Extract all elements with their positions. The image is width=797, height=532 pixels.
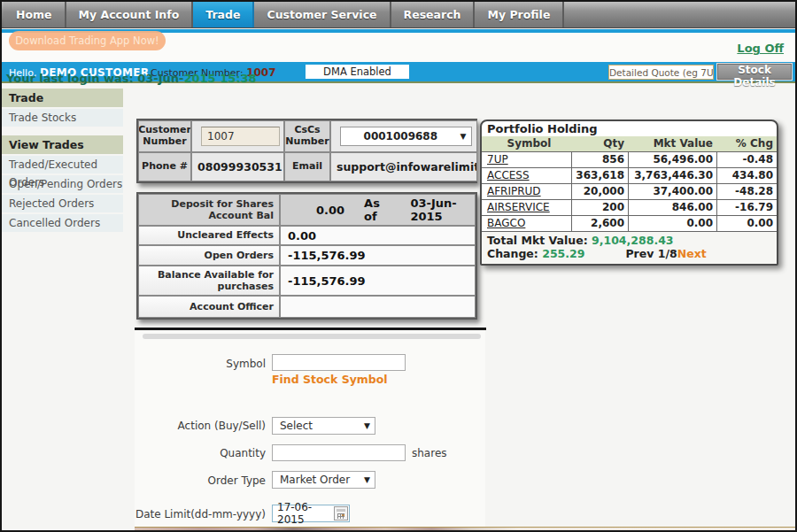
stock-details-button[interactable]: Stock Details <box>716 63 793 81</box>
sidebar: Trade Trade Stocks View Trades Traded/Ex… <box>2 89 123 241</box>
uncleared-effects-value: 0.00 <box>280 226 476 245</box>
portfolio-symbol-link[interactable]: AIRSERVICE <box>482 199 571 215</box>
portfolio-holding-panel: Portfolio Holding Symbol Qty Mkt Value %… <box>480 120 778 266</box>
sidebar-section-view-trades: View Trades Traded/Executed Orders Open/… <box>2 135 123 232</box>
deposit-balance-label: Deposit for Shares Account Bal <box>138 194 280 226</box>
portfolio-qty: 2,600 <box>571 215 628 231</box>
account-balance-table: Deposit for Shares Account Bal 0.00 As o… <box>136 192 477 320</box>
sidebar-header-view-trades: View Trades <box>2 135 123 154</box>
sidebar-item-cancelled-orders[interactable]: Cancelled Orders <box>2 214 123 232</box>
page-indicator: 1/8 <box>658 247 677 260</box>
as-of-date: 03-Jun-2015 <box>410 197 475 223</box>
portfolio-mkt-value: 0.00 <box>628 215 716 231</box>
portfolio-footer: Total Mkt Value: 9,104,288.43 Change: 25… <box>482 231 777 264</box>
open-orders-value: -115,576.99 <box>280 245 476 266</box>
portfolio-col-pct-chg: % Chg <box>716 136 777 151</box>
symbol-input[interactable] <box>272 354 406 371</box>
portfolio-mkt-value: 37,400.00 <box>628 183 716 199</box>
email-cell-label: Email <box>284 152 330 181</box>
customer-number-cell <box>191 120 284 152</box>
portfolio-pct-chg: 434.80 <box>716 167 777 183</box>
sidebar-item-open-pending-orders[interactable]: Open/Pending Orders <box>2 175 123 193</box>
top-nav: Home My Account Info Trade Customer Serv… <box>2 2 795 28</box>
customer-number-cell-label: Customer Number <box>138 120 191 152</box>
last-login-text: Your last login was: 03-Jun-2015 15:38 <box>6 72 257 85</box>
action-select[interactable]: Select ▼ <box>272 417 375 435</box>
portfolio-col-symbol: Symbol <box>482 136 571 151</box>
portfolio-pct-chg: 0.00 <box>716 215 777 231</box>
next-section-edge <box>135 527 795 532</box>
as-of-label: As of <box>364 197 391 223</box>
symbol-label: Symbol <box>117 358 266 370</box>
calendar-icon[interactable] <box>334 506 348 520</box>
nav-tab-trade[interactable]: Trade <box>193 2 254 27</box>
change-label: Change: <box>487 247 542 260</box>
last-login-value: 2015 15:38 <box>183 72 256 85</box>
quantity-input[interactable] <box>272 444 406 461</box>
change-value: 255.29 <box>542 247 584 260</box>
nav-tab-my-profile[interactable]: My Profile <box>475 2 564 27</box>
order-type-selected-value: Market Order <box>273 474 364 486</box>
customer-number-field[interactable] <box>201 127 280 146</box>
quantity-label: Quantity <box>117 447 266 459</box>
portfolio-symbol-link[interactable]: 7UP <box>482 151 571 167</box>
portfolio-mkt-value: 3,763,446.30 <box>628 167 716 183</box>
cscs-number-cell-label: CsCs Number <box>284 120 330 152</box>
open-orders-label: Open Orders <box>138 245 280 266</box>
portfolio-title: Portfolio Holding <box>482 121 777 136</box>
sidebar-section-trade: Trade Trade Stocks <box>2 89 123 127</box>
nav-tab-research[interactable]: Research <box>391 2 476 27</box>
portfolio-col-mkt-value: Mkt Value <box>628 136 716 151</box>
email-value: support@infowarelimited.com <box>330 152 477 181</box>
balance-available-label: Balance Available for purchases <box>138 266 280 296</box>
portfolio-col-qty: Qty <box>571 136 628 151</box>
log-off-link[interactable]: Log Off <box>737 42 784 55</box>
deposit-balance-value: 0.00 As of 03-Jun-2015 <box>280 194 476 226</box>
sidebar-item-rejected-orders[interactable]: Rejected Orders <box>2 195 123 212</box>
order-type-label: Order Type <box>117 474 266 487</box>
customer-info-table: Customer Number CsCs Number 0001009688 ▼… <box>136 119 477 183</box>
date-limit-input[interactable]: 17-06-2015 <box>272 505 350 522</box>
cscs-selected-value: 0001009688 <box>341 130 460 143</box>
cscs-number-cell: 0001009688 ▼ <box>330 120 477 152</box>
nav-tab-my-account-info[interactable]: My Account Info <box>66 2 194 27</box>
prev-link[interactable]: Prev <box>625 247 657 260</box>
date-limit-value: 17-06-2015 <box>273 501 334 526</box>
action-label: Action (Buy/Sell) <box>117 420 266 432</box>
sidebar-item-traded-executed-orders[interactable]: Traded/Executed Orders <box>2 156 123 173</box>
deposit-amount: 0.00 <box>316 204 344 217</box>
find-stock-symbol-link[interactable]: Find Stock Symbol <box>272 373 388 386</box>
form-divider-bar <box>143 334 481 339</box>
nav-tab-customer-service[interactable]: Customer Service <box>254 2 391 27</box>
sidebar-item-trade-stocks[interactable]: Trade Stocks <box>2 109 123 127</box>
next-link[interactable]: Next <box>677 247 707 260</box>
portfolio-symbol-link[interactable]: AFRIPRUD <box>482 183 571 199</box>
portfolio-qty: 200 <box>571 199 628 215</box>
dma-status-badge: DMA Enabled <box>306 65 409 79</box>
portfolio-symbol-link[interactable]: BAGCO <box>482 215 571 231</box>
account-officer-value <box>280 296 476 318</box>
total-mkt-value: 9,104,288.43 <box>592 234 674 247</box>
app-window: Home My Account Info Trade Customer Serv… <box>0 0 797 532</box>
phone-cell-label: Phone # <box>138 152 191 181</box>
balance-available-value: -115,576.99 <box>280 266 476 296</box>
portfolio-mkt-value: 846.00 <box>628 199 716 215</box>
shares-suffix: shares <box>412 447 447 459</box>
last-login-prefix: Your last login was: 03-Jun- <box>6 72 183 85</box>
date-limit-label: Date Limit(dd-mm-yyyy) <box>117 508 266 520</box>
download-app-tooltip[interactable]: Download Trading App Now! <box>9 31 166 50</box>
portfolio-qty: 363,618 <box>571 167 628 183</box>
change-row: Change: 255.29Prev 1/8Next <box>487 247 771 260</box>
action-selected-value: Select <box>273 420 364 432</box>
detailed-quote-input[interactable] <box>608 65 714 80</box>
sidebar-header-trade: Trade <box>2 89 123 107</box>
uncleared-effects-label: Uncleared Effects <box>138 226 280 245</box>
cscs-number-select[interactable]: 0001009688 ▼ <box>340 127 472 146</box>
portfolio-qty: 20,000 <box>571 183 628 199</box>
account-officer-label: Account Officer <box>138 296 280 318</box>
portfolio-table: Symbol Qty Mkt Value % Chg 7UP 856 56,49… <box>482 136 777 231</box>
nav-tab-home[interactable]: Home <box>4 2 66 27</box>
portfolio-symbol-link[interactable]: ACCESS <box>482 167 571 183</box>
chevron-down-icon: ▼ <box>460 132 471 141</box>
order-type-select[interactable]: Market Order ▼ <box>272 471 375 489</box>
